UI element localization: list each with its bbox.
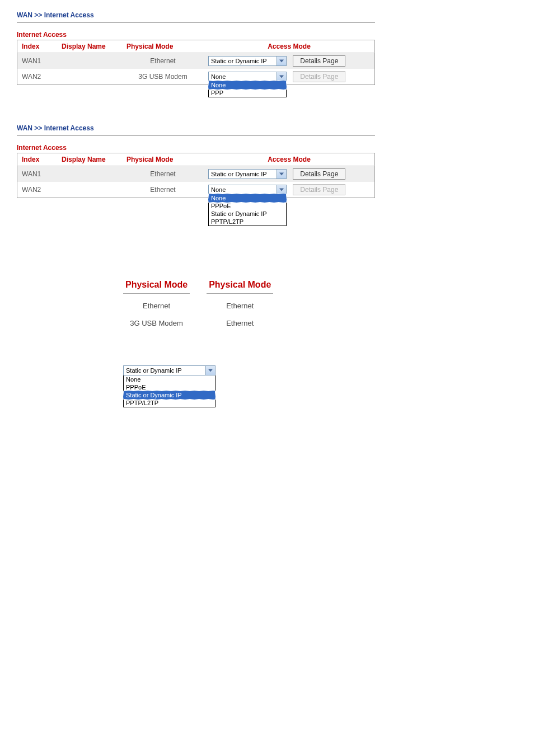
select-value: Static or Dynamic IP	[209, 57, 286, 65]
physical-mode-value: 3G USB Modem	[123, 314, 190, 332]
wan2-physical-mode: 3G USB Modem	[122, 69, 204, 85]
details-page-button[interactable]: Details Page	[293, 168, 345, 180]
wan2-physical-mode: Ethernet	[122, 182, 204, 198]
physical-mode-value: Ethernet	[207, 297, 273, 314]
col-display-name: Display Name	[57, 40, 122, 53]
wan1-display-name	[57, 166, 122, 182]
table-row: WAN2 3G USB Modem None Details Page None…	[17, 69, 375, 85]
details-page-button: Details Page	[293, 71, 345, 82]
col-physical-mode: Physical Mode	[122, 153, 204, 166]
access-mode-dropdown[interactable]: None PPPoE Static or Dynamic IP PPTP/L2T…	[123, 375, 216, 407]
col-index: Index	[17, 153, 58, 166]
section-title: Internet Access	[17, 31, 375, 39]
details-page-button[interactable]: Details Page	[293, 55, 345, 67]
standalone-access-mode: Static or Dynamic IP None PPPoE Static o…	[123, 365, 216, 407]
wan2-display-name	[57, 69, 122, 85]
wan2-access-mode-dropdown[interactable]: None PPPoE Static or Dynamic IP PPTP/L2T…	[208, 194, 287, 226]
col-index: Index	[17, 40, 58, 53]
dropdown-option[interactable]: Static or Dynamic IP	[209, 210, 286, 218]
breadcrumb: WAN >> Internet Access	[17, 11, 375, 23]
col-access-mode: Access Mode	[204, 153, 375, 166]
physical-mode-value: Ethernet	[123, 297, 190, 314]
table-row: WAN2 Ethernet None Details Page None PPP…	[17, 182, 375, 198]
breadcrumb: WAN >> Internet Access	[17, 124, 375, 136]
chevron-down-icon	[277, 170, 286, 179]
internet-access-table: Index Display Name Physical Mode Access …	[17, 40, 375, 85]
wan1-physical-mode: Ethernet	[122, 166, 204, 182]
physical-mode-value: Ethernet	[207, 314, 273, 332]
wan1-access-mode-select[interactable]: Static or Dynamic IP	[208, 169, 287, 179]
dropdown-option[interactable]: PPP	[209, 89, 286, 97]
chevron-down-icon	[277, 57, 286, 65]
col-physical-mode: Physical Mode	[122, 40, 204, 53]
physical-mode-col-left: Physical Mode Ethernet 3G USB Modem	[123, 276, 190, 332]
select-value: None	[209, 72, 286, 81]
dropdown-option[interactable]: None	[124, 375, 215, 383]
chevron-down-icon	[277, 72, 286, 81]
select-value: None	[209, 185, 286, 194]
section-title: Internet Access	[17, 144, 375, 152]
physical-mode-col-right: Physical Mode Ethernet Ethernet	[207, 276, 273, 332]
dropdown-option[interactable]: None	[208, 194, 287, 203]
col-display-name: Display Name	[57, 153, 122, 166]
wan1-display-name	[57, 53, 122, 69]
table-row: WAN1 Ethernet Static or Dynamic IP Detai…	[17, 166, 375, 182]
physical-mode-header: Physical Mode	[123, 276, 190, 294]
wan1-physical-mode: Ethernet	[122, 53, 204, 69]
wan-panel-a: WAN >> Internet Access Internet Access I…	[17, 11, 375, 85]
chevron-down-icon	[277, 185, 286, 194]
dropdown-option[interactable]: None	[208, 81, 287, 90]
wan2-access-mode-dropdown[interactable]: None PPP	[208, 81, 287, 97]
dropdown-option[interactable]: PPTP/L2TP	[209, 218, 286, 226]
physical-mode-comparison: Physical Mode Ethernet 3G USB Modem Phys…	[123, 276, 517, 332]
access-mode-select[interactable]: Static or Dynamic IP	[123, 365, 216, 375]
internet-access-table: Index Display Name Physical Mode Access …	[17, 153, 375, 198]
dropdown-option[interactable]: PPPoE	[124, 383, 215, 391]
dropdown-option[interactable]: PPTP/L2TP	[124, 399, 215, 407]
details-page-button: Details Page	[293, 184, 345, 195]
col-access-mode: Access Mode	[204, 40, 375, 53]
select-value: Static or Dynamic IP	[124, 366, 215, 375]
dropdown-option[interactable]: Static or Dynamic IP	[123, 391, 216, 400]
chevron-down-icon	[205, 366, 215, 375]
wan1-link[interactable]: WAN1	[22, 57, 41, 65]
wan2-display-name	[57, 182, 122, 198]
wan2-link[interactable]: WAN2	[22, 73, 41, 81]
select-value: Static or Dynamic IP	[209, 170, 286, 179]
wan1-access-mode-select[interactable]: Static or Dynamic IP	[208, 56, 287, 66]
wan-panel-b: WAN >> Internet Access Internet Access I…	[17, 124, 375, 198]
physical-mode-header: Physical Mode	[207, 276, 273, 294]
wan1-link[interactable]: WAN1	[22, 170, 41, 178]
wan2-link[interactable]: WAN2	[22, 186, 41, 194]
table-row: WAN1 Ethernet Static or Dynamic IP Detai…	[17, 53, 375, 69]
dropdown-option[interactable]: PPPoE	[209, 202, 286, 210]
